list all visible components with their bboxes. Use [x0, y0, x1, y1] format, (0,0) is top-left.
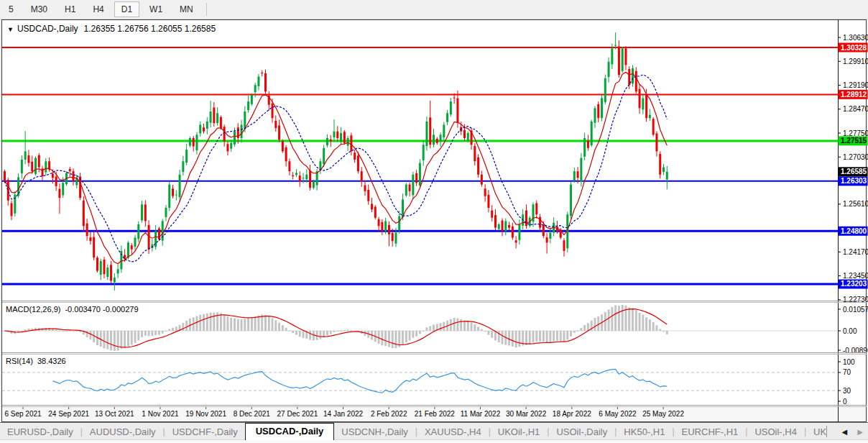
axis-tick-label: 1.23203	[841, 280, 867, 288]
date-tick-label: 6 May 2022	[599, 410, 637, 418]
tab-scroll-right-icon[interactable]: ▶	[852, 426, 868, 437]
rsi-pane-label: RSI(14)38.4326	[6, 357, 70, 365]
tab-eurusd-daily[interactable]: EURUSD-,Daily	[0, 424, 80, 439]
chart-menu-dropdown-icon[interactable]: ▼	[7, 26, 14, 33]
axis-tick-label: 0	[843, 398, 847, 406]
tab-usoil-daily[interactable]: USOil-,Daily	[549, 424, 614, 439]
tab-audusd-daily[interactable]: AUDUSD-,Daily	[83, 424, 163, 439]
date-tick-label: 11 Mar 2022	[461, 410, 501, 418]
chart-header: ▼USDCAD-,Daily1.26355 1.26756 1.26055 1.…	[7, 24, 216, 34]
date-tick-label: 14 Jan 2022	[323, 410, 363, 418]
timeframe-button-mn[interactable]: MN	[172, 1, 200, 17]
axis-tick-label: 1.29910	[843, 58, 868, 65]
macd-indicator-values: -0.003470 -0.000279	[65, 305, 138, 314]
date-tick-label: 1 Nov 2021	[142, 410, 179, 418]
chart-ohlc-values: 1.26355 1.26756 1.26055 1.26585	[84, 24, 216, 34]
tab-usoil-h4[interactable]: USOil-,H4	[747, 424, 804, 439]
axis-tick-label: 1.30328	[841, 44, 867, 52]
rsi-indicator-name: RSI(14)	[6, 357, 33, 365]
tab-hk50-h1[interactable]: HK50-,H1	[617, 424, 672, 439]
symbol-tabs: EURUSD-,Daily|AUDUSD-,Daily|USDCHF-,Dail…	[0, 423, 826, 440]
date-tick-label: 21 Feb 2022	[415, 410, 456, 418]
tab-xauusd-h4[interactable]: XAUUSD-,H4	[417, 424, 489, 439]
timeframe-toolbar: 5M30H1H4D1W1MN	[0, 0, 868, 19]
macd-indicator-name: MACD(12,26,9)	[6, 305, 60, 314]
date-tick-label: 2 Feb 2022	[371, 410, 407, 418]
tab-eurchf-h1[interactable]: EURCHF-,H1	[675, 424, 746, 439]
axis-tick-label: 1.29190	[843, 81, 868, 89]
date-tick-label: 8 Dec 2021	[234, 410, 271, 418]
tab-usdcnh-daily[interactable]: USDCNH-,Daily	[334, 424, 415, 439]
axis-tick-label: 1.26303	[841, 177, 867, 185]
axis-tick-label: 70	[843, 368, 851, 376]
tab-ukoil-h1[interactable]: UKOil-,H1	[491, 424, 548, 439]
timeframe-button-h1[interactable]: H1	[57, 1, 83, 17]
date-tick-label: 19 Nov 2021	[185, 410, 226, 418]
tab-scroll-arrows: ◀ ▶	[826, 423, 868, 440]
axis-tick-label: 1.26585	[841, 168, 867, 175]
timeframe-button-h4[interactable]: H4	[86, 1, 111, 17]
tab-arrows-separator	[826, 426, 827, 437]
axis-tick-label: 1.27750	[843, 129, 868, 137]
axis-tick-label: 1.25610	[843, 200, 868, 208]
tab-scroll-left-icon[interactable]: ◀	[837, 426, 853, 437]
mt4-window: 5M30H1H4D1W1MN 1.306301.299101.291901.28…	[0, 0, 868, 443]
chart-canvas[interactable]: 1.306301.299101.291901.284701.277501.270…	[0, 0, 868, 443]
timeframe-button-5[interactable]: 5	[1, 1, 21, 17]
axis-tick-label: 1.27515	[841, 137, 867, 145]
tab-usdchf-daily[interactable]: USDCHF-,Daily	[165, 424, 245, 439]
date-tick-label: 30 Mar 2022	[506, 410, 547, 418]
tab-ukoil-h4[interactable]: UKOil-,H4	[806, 424, 826, 439]
timeframe-button-d1[interactable]: D1	[114, 1, 139, 17]
symbol-tab-bar: EURUSD-,Daily|AUDUSD-,Daily|USDCHF-,Dail…	[0, 422, 868, 443]
axis-tick-label: 1.28912	[841, 91, 867, 99]
date-tick-label: 25 May 2022	[642, 410, 684, 418]
macd-pane-label: MACD(12,26,9)-0.003470 -0.000279	[6, 305, 143, 314]
toolbar-separator	[206, 3, 207, 16]
timeframe-button-m30[interactable]: M30	[24, 1, 55, 17]
axis-tick-label: 100	[843, 358, 855, 366]
date-tick-label: 6 Sep 2021	[4, 410, 42, 418]
date-tick-label: 27 Dec 2021	[277, 410, 318, 418]
axis-tick-label: 1.24800	[841, 227, 867, 235]
axis-tick-label: 0.00	[843, 327, 857, 335]
axis-tick-label: 1.24170	[843, 248, 868, 256]
date-tick-label: 24 Sep 2021	[48, 410, 89, 418]
rsi-indicator-value: 38.4326	[37, 357, 66, 365]
timeframe-button-w1[interactable]: W1	[142, 1, 170, 17]
axis-tick-label: 30	[843, 387, 851, 395]
axis-tick-label: 1.27030	[843, 153, 868, 161]
chart-symbol-title: USDCAD-,Daily	[17, 24, 78, 34]
date-tick-label: 18 Apr 2022	[553, 410, 591, 418]
axis-tick-label: 1.23450	[843, 272, 868, 280]
axis-tick-label: 1.28470	[843, 105, 868, 113]
axis-tick-label: 1.30630	[843, 34, 868, 42]
tab-usdcad-daily[interactable]: USDCAD-,Daily	[245, 423, 335, 440]
axis-tick-label: 0.010578	[843, 306, 868, 314]
date-tick-label: 13 Oct 2021	[95, 410, 134, 418]
